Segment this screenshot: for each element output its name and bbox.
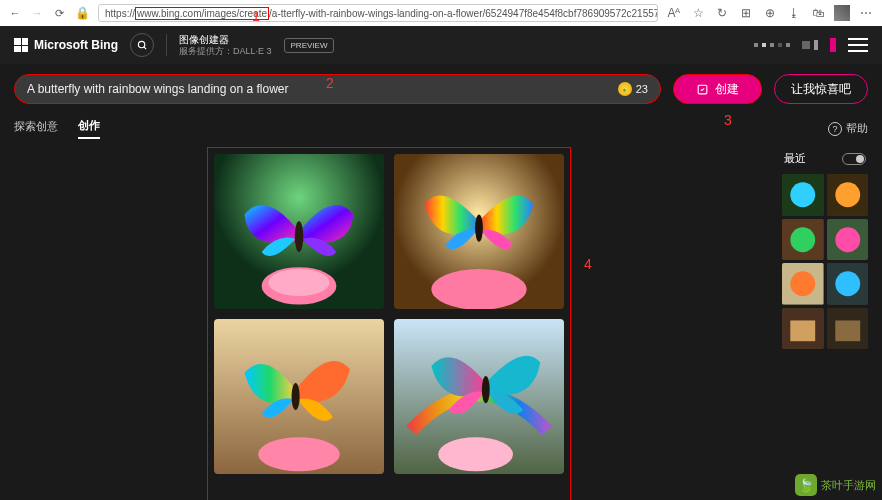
search-icon[interactable]: [130, 33, 154, 57]
svg-rect-29: [790, 320, 815, 341]
svg-line-1: [143, 46, 145, 48]
accent-indicator: [830, 38, 836, 52]
profile-avatar[interactable]: [834, 5, 850, 21]
app-header: Microsoft Bing 图像创建器 服务提供方：DALL·E 3 PREV…: [0, 26, 882, 64]
svg-point-17: [790, 182, 815, 207]
svg-point-15: [482, 376, 490, 403]
result-thumb[interactable]: [214, 319, 384, 474]
prompt-row: A butterfly with rainbow wings landing o…: [0, 64, 882, 114]
help-link[interactable]: ? 帮助: [828, 121, 868, 136]
recent-title: 最近: [784, 151, 806, 166]
tab-explore[interactable]: 探索创意: [14, 119, 58, 138]
svg-point-14: [438, 437, 513, 471]
create-button[interactable]: 创建: [673, 74, 762, 104]
help-icon: ?: [828, 122, 842, 136]
sparkle-icon: [696, 83, 709, 96]
app-title-block: 图像创建器 服务提供方：DALL·E 3: [179, 33, 272, 58]
tabs-row: 探索创意 创作 ? 帮助: [0, 114, 882, 147]
leaf-icon: 🍃: [795, 474, 817, 496]
watermark: 🍃 茶叶手游网: [795, 474, 876, 496]
svg-point-8: [431, 269, 526, 309]
help-label: 帮助: [846, 121, 868, 136]
svg-point-19: [835, 182, 860, 207]
browser-chrome: ← → ⟳ 🔒 https:// www.bing.com/images/cre…: [0, 0, 882, 26]
surprise-button[interactable]: 让我惊喜吧: [774, 74, 868, 104]
svg-point-0: [138, 41, 144, 47]
recent-thumb[interactable]: [782, 308, 824, 350]
credits-count: 23: [636, 83, 648, 95]
menu-button[interactable]: [848, 38, 868, 52]
svg-point-25: [790, 271, 815, 296]
svg-point-5: [268, 269, 329, 296]
bing-logo-icon: [14, 38, 28, 52]
svg-point-6: [295, 221, 304, 252]
rewards-icon[interactable]: [754, 43, 790, 47]
svg-point-23: [835, 227, 860, 252]
credits-badge[interactable]: ⬥ 23: [618, 82, 648, 96]
coin-icon: ⬥: [618, 82, 632, 96]
svg-point-21: [790, 227, 815, 252]
sync-icon[interactable]: ↻: [714, 5, 730, 21]
lock-icon: 🔒: [74, 5, 90, 21]
url-prefix: https://: [105, 8, 135, 19]
recent-thumb[interactable]: [827, 263, 869, 305]
prompt-text: A butterfly with rainbow wings landing o…: [27, 82, 288, 96]
app-title: 图像创建器: [179, 33, 272, 46]
collections-icon[interactable]: ⊕: [762, 5, 778, 21]
shopping-icon[interactable]: 🛍: [810, 5, 826, 21]
preview-badge: PREVIEW: [284, 38, 335, 53]
svg-point-27: [835, 271, 860, 296]
forward-button[interactable]: →: [30, 6, 44, 20]
create-label: 创建: [715, 81, 739, 98]
back-button[interactable]: ←: [8, 6, 22, 20]
svg-rect-31: [835, 320, 860, 341]
recent-header: 最近: [782, 147, 868, 170]
extensions-icon[interactable]: ⊞: [738, 5, 754, 21]
url-rest: /a-tterfly-with-rainbow-wings-landing-on…: [269, 8, 658, 19]
svg-point-12: [292, 383, 300, 410]
more-icon[interactable]: ⋯: [858, 5, 874, 21]
favorite-icon[interactable]: ☆: [690, 5, 706, 21]
downloads-icon[interactable]: ⭳: [786, 5, 802, 21]
brand[interactable]: Microsoft Bing: [14, 38, 118, 52]
recent-thumb[interactable]: [827, 308, 869, 350]
content: 最近: [0, 147, 882, 500]
gallery-wrap: [14, 147, 764, 500]
svg-point-11: [258, 437, 340, 471]
recent-thumb[interactable]: [782, 263, 824, 305]
result-thumb[interactable]: [214, 154, 384, 309]
svg-point-9: [475, 215, 483, 242]
result-thumb[interactable]: [394, 319, 564, 474]
refresh-button[interactable]: ⟳: [52, 6, 66, 20]
brand-text: Microsoft Bing: [34, 38, 118, 52]
url-bar[interactable]: https:// www.bing.com/images/create /a-t…: [98, 4, 658, 22]
url-highlight: www.bing.com/images/create: [135, 7, 269, 20]
recent-grid: [782, 174, 868, 349]
recent-thumb[interactable]: [827, 174, 869, 216]
watermark-text: 茶叶手游网: [821, 478, 876, 493]
provider: DALL·E 3: [233, 46, 272, 56]
recent-panel: 最近: [782, 147, 868, 500]
surprise-label: 让我惊喜吧: [791, 81, 851, 98]
read-aloud-icon[interactable]: Aᴬ: [666, 5, 682, 21]
recent-thumb[interactable]: [782, 174, 824, 216]
recent-thumb[interactable]: [827, 219, 869, 261]
prompt-input[interactable]: A butterfly with rainbow wings landing o…: [14, 74, 661, 104]
account-icon[interactable]: [802, 40, 818, 50]
recent-toggle[interactable]: [842, 153, 866, 165]
divider: [166, 34, 167, 56]
result-thumb[interactable]: [394, 154, 564, 309]
recent-thumb[interactable]: [782, 219, 824, 261]
results-gallery: [207, 147, 571, 500]
provider-label: 服务提供方：: [179, 46, 233, 56]
tab-create[interactable]: 创作: [78, 118, 100, 139]
